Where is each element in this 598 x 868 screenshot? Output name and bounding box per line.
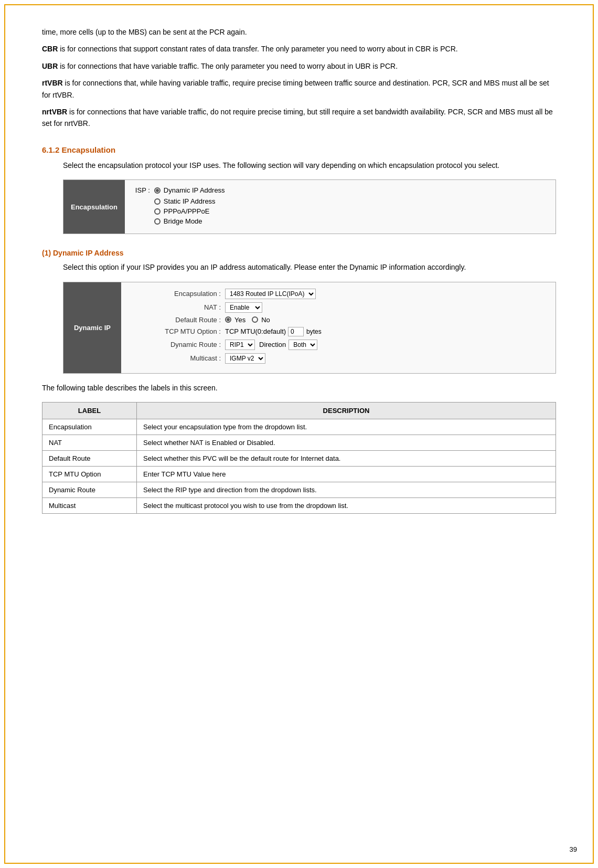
bridge-option-label: Bridge Mode: [164, 217, 202, 225]
encapsulation-box-label: Encapsulation: [63, 180, 125, 234]
yes-label: Yes: [234, 316, 245, 324]
table-cell-description: Select the multicast protocol you wish t…: [137, 497, 556, 513]
tcp-mtu-input[interactable]: [288, 327, 304, 336]
table-cell-label: Dynamic Route: [42, 482, 137, 497]
table-cell-label: Default Route: [42, 450, 137, 466]
bytes-label: bytes: [306, 328, 322, 335]
table-row: Dynamic RouteSelect the RIP type and dir…: [42, 482, 556, 497]
radio-row-bridge: Bridge Mode: [135, 217, 545, 225]
radio-yes-circle: [225, 316, 231, 323]
intro-p5: nrtVBR is for connections that have vari…: [42, 106, 556, 130]
dynamic-ip-heading: (1) Dynamic IP Address: [42, 249, 556, 257]
dynamic-route-select2[interactable]: Both: [289, 340, 317, 350]
page-number: 39: [570, 845, 577, 853]
table-row: Default RouteSelect whether this PVC wil…: [42, 450, 556, 466]
tcp-mtu-prefix: TCP MTU(0:default): [225, 327, 286, 335]
table-row: MulticastSelect the multicast protocol y…: [42, 497, 556, 513]
dynamic-route-row: Dynamic Route : RIP1 Direction Both: [132, 340, 545, 350]
ubr-text: is for connections that have variable tr…: [58, 62, 398, 70]
radio-pppoa-circle: [154, 208, 161, 215]
page-content: time, more cells (up to the MBS) can be …: [42, 26, 556, 514]
encapsulation-box-content: ISP : Dynamic IP Address Static IP Addre…: [125, 180, 556, 234]
nrtvbr-text: is for connections that have variable tr…: [42, 108, 553, 128]
dynamic-route-select1[interactable]: RIP1: [225, 340, 255, 350]
table-cell-label: Encapsulation: [42, 419, 137, 435]
dynamic-ip-box-content: Encapsulation : 1483 Routed IP LLC(IPoA)…: [121, 282, 556, 373]
ubr-label: UBR: [42, 62, 58, 70]
multicast-select[interactable]: IGMP v2: [225, 353, 265, 364]
rtvbr-text: is for connections that, while having va…: [42, 79, 549, 99]
no-label: No: [261, 316, 270, 324]
cbr-label: CBR: [42, 45, 58, 53]
intro-p3: UBR is for connections that have variabl…: [42, 60, 556, 72]
radio-bridge-circle: [154, 218, 161, 225]
section-intro: Select the encapsulation protocol your I…: [63, 160, 556, 171]
encapsulation-box: Encapsulation ISP : Dynamic IP Address S…: [63, 179, 556, 234]
table-cell-label: TCP MTU Option: [42, 466, 137, 482]
table-cell-description: Select your encapsulation type from the …: [137, 419, 556, 435]
multicast-label: Multicast :: [132, 354, 221, 362]
radio-row-pppoa: PPPoA/PPPoE: [135, 207, 545, 215]
dynamic-ip-option-label: Dynamic IP Address: [164, 186, 225, 194]
table-cell-description: Select whether NAT is Enabled or Disable…: [137, 435, 556, 450]
nat-field-label: NAT :: [132, 303, 221, 311]
table-row: EncapsulationSelect your encapsulation t…: [42, 419, 556, 435]
encapsulation-field-label: Encapsulation :: [132, 290, 221, 298]
nrtvbr-label: nrtVBR: [42, 108, 67, 116]
static-ip-option-label: Static IP Address: [164, 197, 216, 205]
radio-row-static: Static IP Address: [135, 197, 545, 205]
default-route-row: Default Route : Yes No: [132, 316, 545, 324]
dynamic-ip-box: Dynamic IP Encapsulation : 1483 Routed I…: [63, 282, 556, 374]
radio-no-circle: [252, 316, 258, 323]
table-row: TCP MTU OptionEnter TCP MTU Value here: [42, 466, 556, 482]
nat-field-row: NAT : Enable Disable: [132, 302, 545, 313]
dynamic-ip-box-label: Dynamic IP: [63, 282, 121, 373]
table-cell-label: Multicast: [42, 497, 137, 513]
multicast-row: Multicast : IGMP v2: [132, 353, 545, 364]
dynamic-ip-intro: Select this option if your ISP provides …: [63, 261, 556, 273]
table-cell-label: NAT: [42, 435, 137, 450]
nat-select[interactable]: Enable Disable: [225, 302, 262, 313]
encapsulation-field-row: Encapsulation : 1483 Routed IP LLC(IPoA): [132, 289, 545, 299]
dynamic-route-label: Dynamic Route :: [132, 341, 221, 348]
cbr-text: is for connections that support constant…: [58, 45, 457, 53]
isp-label: ISP :: [135, 186, 150, 194]
direction-label: Direction: [259, 341, 286, 348]
col-description: DESCRIPTION: [137, 402, 556, 419]
radio-dynamic-ip-circle: [154, 187, 161, 194]
radio-static-circle: [154, 198, 161, 205]
isp-row: ISP : Dynamic IP Address: [135, 186, 545, 194]
intro-p2: CBR is for connections that support cons…: [42, 43, 556, 55]
tcp-mtu-label: TCP MTU Option :: [132, 327, 221, 335]
table-row: NATSelect whether NAT is Enabled or Disa…: [42, 435, 556, 450]
pppoa-option-label: PPPoA/PPPoE: [164, 207, 209, 215]
col-label: LABEL: [42, 402, 137, 419]
section-heading-612: 6.1.2 Encapsulation: [42, 145, 556, 154]
table-intro: The following table describes the labels…: [42, 382, 556, 394]
table-cell-description: Select the RIP type and direction from t…: [137, 482, 556, 497]
table-cell-description: Select whether this PVC will be the defa…: [137, 450, 556, 466]
encapsulation-select[interactable]: 1483 Routed IP LLC(IPoA): [225, 289, 316, 299]
intro-p4: rtVBR is for connections that, while hav…: [42, 77, 556, 101]
rtvbr-label: rtVBR: [42, 79, 63, 87]
table-cell-description: Enter TCP MTU Value here: [137, 466, 556, 482]
page-border: time, more cells (up to the MBS) can be …: [4, 4, 594, 864]
tcp-mtu-row: TCP MTU Option : TCP MTU(0:default) byte…: [132, 327, 545, 336]
intro-p1: time, more cells (up to the MBS) can be …: [42, 26, 556, 38]
default-route-label: Default Route :: [132, 316, 221, 324]
description-table: LABEL DESCRIPTION EncapsulationSelect yo…: [42, 402, 556, 514]
